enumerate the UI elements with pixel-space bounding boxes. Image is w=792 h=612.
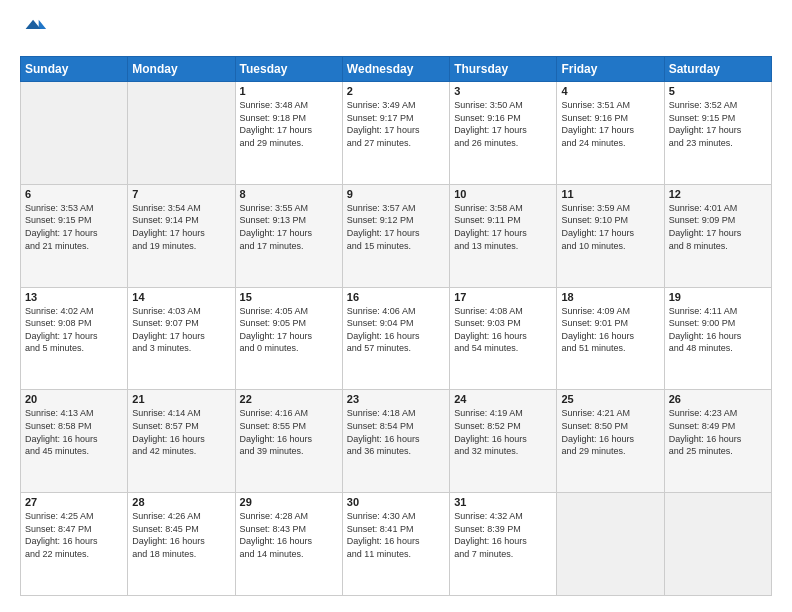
day-info: Sunrise: 4:28 AM Sunset: 8:43 PM Dayligh… bbox=[240, 510, 338, 560]
day-number: 6 bbox=[25, 188, 123, 200]
calendar-cell: 28Sunrise: 4:26 AM Sunset: 8:45 PM Dayli… bbox=[128, 493, 235, 596]
calendar-cell bbox=[557, 493, 664, 596]
day-info: Sunrise: 3:59 AM Sunset: 9:10 PM Dayligh… bbox=[561, 202, 659, 252]
day-info: Sunrise: 3:52 AM Sunset: 9:15 PM Dayligh… bbox=[669, 99, 767, 149]
day-number: 7 bbox=[132, 188, 230, 200]
day-number: 19 bbox=[669, 291, 767, 303]
day-number: 29 bbox=[240, 496, 338, 508]
day-info: Sunrise: 4:08 AM Sunset: 9:03 PM Dayligh… bbox=[454, 305, 552, 355]
day-info: Sunrise: 4:30 AM Sunset: 8:41 PM Dayligh… bbox=[347, 510, 445, 560]
day-number: 10 bbox=[454, 188, 552, 200]
calendar-cell: 4Sunrise: 3:51 AM Sunset: 9:16 PM Daylig… bbox=[557, 82, 664, 185]
calendar-cell: 1Sunrise: 3:48 AM Sunset: 9:18 PM Daylig… bbox=[235, 82, 342, 185]
day-info: Sunrise: 4:23 AM Sunset: 8:49 PM Dayligh… bbox=[669, 407, 767, 457]
day-number: 13 bbox=[25, 291, 123, 303]
day-number: 12 bbox=[669, 188, 767, 200]
day-number: 31 bbox=[454, 496, 552, 508]
calendar-week-row: 13Sunrise: 4:02 AM Sunset: 9:08 PM Dayli… bbox=[21, 287, 772, 390]
day-info: Sunrise: 3:54 AM Sunset: 9:14 PM Dayligh… bbox=[132, 202, 230, 252]
calendar-header-friday: Friday bbox=[557, 57, 664, 82]
calendar-cell bbox=[21, 82, 128, 185]
day-info: Sunrise: 3:51 AM Sunset: 9:16 PM Dayligh… bbox=[561, 99, 659, 149]
calendar-header-row: SundayMondayTuesdayWednesdayThursdayFrid… bbox=[21, 57, 772, 82]
calendar-cell: 13Sunrise: 4:02 AM Sunset: 9:08 PM Dayli… bbox=[21, 287, 128, 390]
day-number: 9 bbox=[347, 188, 445, 200]
day-number: 26 bbox=[669, 393, 767, 405]
calendar-week-row: 27Sunrise: 4:25 AM Sunset: 8:47 PM Dayli… bbox=[21, 493, 772, 596]
calendar-cell: 9Sunrise: 3:57 AM Sunset: 9:12 PM Daylig… bbox=[342, 184, 449, 287]
day-number: 8 bbox=[240, 188, 338, 200]
calendar-cell: 17Sunrise: 4:08 AM Sunset: 9:03 PM Dayli… bbox=[450, 287, 557, 390]
calendar-cell: 12Sunrise: 4:01 AM Sunset: 9:09 PM Dayli… bbox=[664, 184, 771, 287]
day-info: Sunrise: 4:13 AM Sunset: 8:58 PM Dayligh… bbox=[25, 407, 123, 457]
day-number: 5 bbox=[669, 85, 767, 97]
day-number: 24 bbox=[454, 393, 552, 405]
calendar-week-row: 20Sunrise: 4:13 AM Sunset: 8:58 PM Dayli… bbox=[21, 390, 772, 493]
svg-marker-1 bbox=[26, 20, 41, 29]
calendar-cell: 20Sunrise: 4:13 AM Sunset: 8:58 PM Dayli… bbox=[21, 390, 128, 493]
day-number: 30 bbox=[347, 496, 445, 508]
day-number: 18 bbox=[561, 291, 659, 303]
calendar-cell: 16Sunrise: 4:06 AM Sunset: 9:04 PM Dayli… bbox=[342, 287, 449, 390]
svg-marker-0 bbox=[39, 20, 46, 29]
day-info: Sunrise: 3:57 AM Sunset: 9:12 PM Dayligh… bbox=[347, 202, 445, 252]
calendar-cell: 30Sunrise: 4:30 AM Sunset: 8:41 PM Dayli… bbox=[342, 493, 449, 596]
day-info: Sunrise: 4:11 AM Sunset: 9:00 PM Dayligh… bbox=[669, 305, 767, 355]
day-info: Sunrise: 4:06 AM Sunset: 9:04 PM Dayligh… bbox=[347, 305, 445, 355]
calendar-header-thursday: Thursday bbox=[450, 57, 557, 82]
day-info: Sunrise: 3:58 AM Sunset: 9:11 PM Dayligh… bbox=[454, 202, 552, 252]
day-info: Sunrise: 4:32 AM Sunset: 8:39 PM Dayligh… bbox=[454, 510, 552, 560]
calendar-cell: 26Sunrise: 4:23 AM Sunset: 8:49 PM Dayli… bbox=[664, 390, 771, 493]
day-info: Sunrise: 3:48 AM Sunset: 9:18 PM Dayligh… bbox=[240, 99, 338, 149]
day-info: Sunrise: 4:05 AM Sunset: 9:05 PM Dayligh… bbox=[240, 305, 338, 355]
day-info: Sunrise: 4:09 AM Sunset: 9:01 PM Dayligh… bbox=[561, 305, 659, 355]
day-number: 14 bbox=[132, 291, 230, 303]
day-info: Sunrise: 4:02 AM Sunset: 9:08 PM Dayligh… bbox=[25, 305, 123, 355]
calendar-cell: 25Sunrise: 4:21 AM Sunset: 8:50 PM Dayli… bbox=[557, 390, 664, 493]
day-info: Sunrise: 4:19 AM Sunset: 8:52 PM Dayligh… bbox=[454, 407, 552, 457]
calendar-header-monday: Monday bbox=[128, 57, 235, 82]
calendar-cell: 21Sunrise: 4:14 AM Sunset: 8:57 PM Dayli… bbox=[128, 390, 235, 493]
calendar-cell: 3Sunrise: 3:50 AM Sunset: 9:16 PM Daylig… bbox=[450, 82, 557, 185]
calendar-week-row: 6Sunrise: 3:53 AM Sunset: 9:15 PM Daylig… bbox=[21, 184, 772, 287]
calendar-cell: 23Sunrise: 4:18 AM Sunset: 8:54 PM Dayli… bbox=[342, 390, 449, 493]
day-info: Sunrise: 3:50 AM Sunset: 9:16 PM Dayligh… bbox=[454, 99, 552, 149]
header bbox=[20, 16, 772, 44]
calendar-cell: 5Sunrise: 3:52 AM Sunset: 9:15 PM Daylig… bbox=[664, 82, 771, 185]
day-info: Sunrise: 4:18 AM Sunset: 8:54 PM Dayligh… bbox=[347, 407, 445, 457]
day-info: Sunrise: 3:53 AM Sunset: 9:15 PM Dayligh… bbox=[25, 202, 123, 252]
calendar-cell: 19Sunrise: 4:11 AM Sunset: 9:00 PM Dayli… bbox=[664, 287, 771, 390]
calendar-cell: 15Sunrise: 4:05 AM Sunset: 9:05 PM Dayli… bbox=[235, 287, 342, 390]
calendar-cell: 11Sunrise: 3:59 AM Sunset: 9:10 PM Dayli… bbox=[557, 184, 664, 287]
calendar-cell: 31Sunrise: 4:32 AM Sunset: 8:39 PM Dayli… bbox=[450, 493, 557, 596]
day-number: 11 bbox=[561, 188, 659, 200]
page: SundayMondayTuesdayWednesdayThursdayFrid… bbox=[0, 0, 792, 612]
calendar-cell: 27Sunrise: 4:25 AM Sunset: 8:47 PM Dayli… bbox=[21, 493, 128, 596]
calendar-cell: 2Sunrise: 3:49 AM Sunset: 9:17 PM Daylig… bbox=[342, 82, 449, 185]
day-number: 25 bbox=[561, 393, 659, 405]
day-info: Sunrise: 4:03 AM Sunset: 9:07 PM Dayligh… bbox=[132, 305, 230, 355]
day-number: 23 bbox=[347, 393, 445, 405]
day-number: 22 bbox=[240, 393, 338, 405]
calendar-table: SundayMondayTuesdayWednesdayThursdayFrid… bbox=[20, 56, 772, 596]
day-number: 15 bbox=[240, 291, 338, 303]
logo bbox=[20, 16, 52, 44]
day-number: 27 bbox=[25, 496, 123, 508]
calendar-cell: 6Sunrise: 3:53 AM Sunset: 9:15 PM Daylig… bbox=[21, 184, 128, 287]
day-number: 1 bbox=[240, 85, 338, 97]
calendar-week-row: 1Sunrise: 3:48 AM Sunset: 9:18 PM Daylig… bbox=[21, 82, 772, 185]
day-info: Sunrise: 4:25 AM Sunset: 8:47 PM Dayligh… bbox=[25, 510, 123, 560]
calendar-header-sunday: Sunday bbox=[21, 57, 128, 82]
day-info: Sunrise: 3:55 AM Sunset: 9:13 PM Dayligh… bbox=[240, 202, 338, 252]
day-number: 4 bbox=[561, 85, 659, 97]
calendar-cell bbox=[128, 82, 235, 185]
calendar-cell: 22Sunrise: 4:16 AM Sunset: 8:55 PM Dayli… bbox=[235, 390, 342, 493]
calendar-header-wednesday: Wednesday bbox=[342, 57, 449, 82]
calendar-cell: 8Sunrise: 3:55 AM Sunset: 9:13 PM Daylig… bbox=[235, 184, 342, 287]
day-number: 28 bbox=[132, 496, 230, 508]
calendar-cell: 7Sunrise: 3:54 AM Sunset: 9:14 PM Daylig… bbox=[128, 184, 235, 287]
day-number: 20 bbox=[25, 393, 123, 405]
calendar-header-tuesday: Tuesday bbox=[235, 57, 342, 82]
calendar-header-saturday: Saturday bbox=[664, 57, 771, 82]
day-number: 21 bbox=[132, 393, 230, 405]
